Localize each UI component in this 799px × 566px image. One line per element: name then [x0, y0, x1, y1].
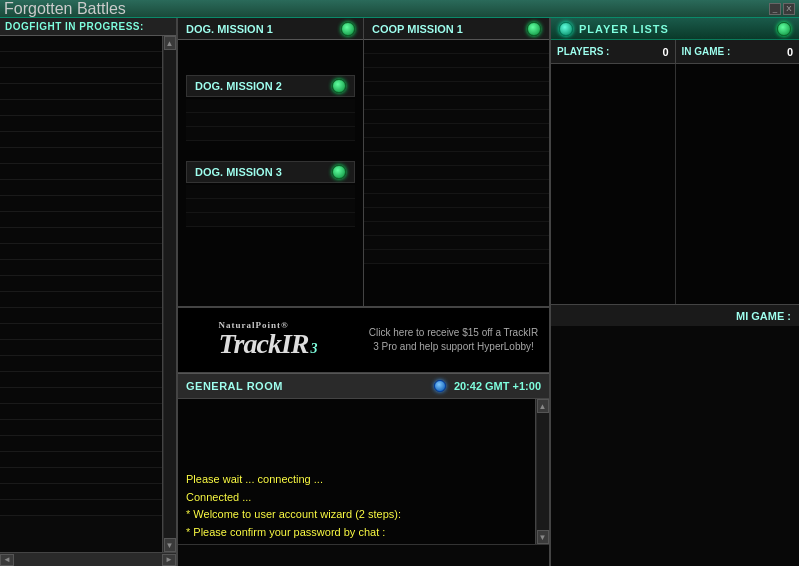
- chat-scroll-track: [537, 413, 549, 530]
- coop-mission-1-label: COOP MISSION 1: [372, 23, 463, 35]
- sub-row-item[interactable]: [186, 199, 355, 213]
- right-panel-lower: [551, 326, 799, 566]
- list-item[interactable]: [0, 356, 162, 372]
- window-controls: _ X: [769, 3, 795, 15]
- list-item[interactable]: [0, 68, 162, 84]
- mi-game-row: MI GAME :: [551, 304, 799, 326]
- list-item[interactable]: [0, 212, 162, 228]
- list-item[interactable]: [0, 340, 162, 356]
- window-title: Forgotten Battles: [4, 0, 126, 18]
- sub-row-item[interactable]: [186, 213, 355, 227]
- list-item[interactable]: [0, 292, 162, 308]
- coop-mission-1-header: COOP MISSION 1: [364, 18, 549, 40]
- coop-row-item[interactable]: [364, 138, 549, 152]
- sub-row-item[interactable]: [186, 99, 355, 113]
- general-room-bar: GENERAL ROOM 20:42 GMT +1:00: [178, 373, 549, 399]
- list-item[interactable]: [0, 372, 162, 388]
- ad-tagline[interactable]: Click here to receive $15 off a TrackIR …: [358, 321, 549, 359]
- missions-top: DOG. MISSION 1 DOG. MISSION 2: [178, 18, 549, 308]
- coop-row-item[interactable]: [364, 180, 549, 194]
- in-game-count: 0: [787, 46, 793, 58]
- left-scrollbar-v[interactable]: ▲ ▼: [162, 36, 176, 552]
- left-scrollbar-h[interactable]: ◄ ►: [0, 552, 176, 566]
- left-panel: DOGFIGHT IN PROGRESS:: [0, 18, 178, 566]
- list-item[interactable]: [0, 52, 162, 68]
- chat-input[interactable]: [178, 545, 549, 566]
- list-item[interactable]: [0, 260, 162, 276]
- list-item[interactable]: [0, 500, 162, 516]
- list-item[interactable]: [0, 484, 162, 500]
- coop-mission-1-list: [364, 40, 549, 306]
- list-item[interactable]: [0, 228, 162, 244]
- list-item[interactable]: [0, 468, 162, 484]
- players-list-area: [551, 64, 799, 304]
- players-label: PLAYERS :: [557, 46, 609, 57]
- coop-row-item[interactable]: [364, 82, 549, 96]
- left-panel-header: DOGFIGHT IN PROGRESS:: [0, 18, 176, 36]
- sub-row-item[interactable]: [186, 113, 355, 127]
- scroll-left-button[interactable]: ◄: [0, 554, 14, 566]
- minimize-button[interactable]: _: [769, 3, 781, 15]
- list-item[interactable]: [0, 244, 162, 260]
- scroll-right-button[interactable]: ►: [162, 554, 176, 566]
- coop-row-item[interactable]: [364, 194, 549, 208]
- coop-row-item[interactable]: [364, 222, 549, 236]
- list-item[interactable]: [0, 308, 162, 324]
- players-count-cell: PLAYERS : 0: [551, 40, 676, 63]
- list-item[interactable]: [0, 132, 162, 148]
- right-panel-green-led: [777, 22, 791, 36]
- coop-row-item[interactable]: [364, 166, 549, 180]
- list-item[interactable]: [0, 196, 162, 212]
- scroll-up-button[interactable]: ▲: [164, 36, 176, 50]
- coop-row-item[interactable]: [364, 208, 549, 222]
- list-item[interactable]: [0, 36, 162, 52]
- chat-content: Please wait ... connecting ... Connected…: [178, 399, 549, 544]
- coop-row-item[interactable]: [364, 68, 549, 82]
- dog-mission-1-label: DOG. MISSION 1: [186, 23, 273, 35]
- chat-area: Please wait ... connecting ... Connected…: [178, 399, 549, 566]
- coop-row-item[interactable]: [364, 236, 549, 250]
- chat-message-connecting: Please wait ... connecting ...: [186, 471, 527, 488]
- chat-message-connected: Connected ...: [186, 489, 527, 506]
- general-room-led: [434, 380, 446, 392]
- sub-row-item[interactable]: [186, 185, 355, 199]
- right-panel-header: PLAYER LISTS: [551, 18, 799, 40]
- mi-game-label: MI GAME :: [736, 310, 791, 322]
- list-item[interactable]: [0, 148, 162, 164]
- coop-row-item[interactable]: [364, 250, 549, 264]
- list-item[interactable]: [0, 324, 162, 340]
- list-item[interactable]: [0, 420, 162, 436]
- sub-row-item[interactable]: [186, 127, 355, 141]
- center-panel: DOG. MISSION 1 DOG. MISSION 2: [178, 18, 551, 566]
- coop-row-item[interactable]: [364, 54, 549, 68]
- ad-banner[interactable]: NaturalPoint® TrackIR 3 Click here to re…: [178, 308, 549, 373]
- close-button[interactable]: X: [783, 3, 795, 15]
- coop-row-item[interactable]: [364, 152, 549, 166]
- coop-row-item[interactable]: [364, 96, 549, 110]
- list-item[interactable]: [0, 452, 162, 468]
- list-item[interactable]: [0, 276, 162, 292]
- list-item[interactable]: [0, 100, 162, 116]
- list-item[interactable]: [0, 164, 162, 180]
- list-item[interactable]: [0, 180, 162, 196]
- list-item[interactable]: [0, 116, 162, 132]
- coop-row-item[interactable]: [364, 40, 549, 54]
- coop-row-item[interactable]: [364, 110, 549, 124]
- scroll-down-button[interactable]: ▼: [164, 538, 176, 552]
- list-item[interactable]: [0, 436, 162, 452]
- trackir-version: 3: [310, 341, 317, 357]
- chat-scroll-down-button[interactable]: ▼: [537, 530, 549, 544]
- list-item[interactable]: [0, 388, 162, 404]
- chat-message-welcome: * Welcome to user account wizard (2 step…: [186, 506, 527, 523]
- list-item[interactable]: [0, 84, 162, 100]
- dog-mission-2-led: [332, 79, 346, 93]
- list-item[interactable]: [0, 404, 162, 420]
- dog-mission-1-header: DOG. MISSION 1: [178, 18, 363, 40]
- dog-mission-1-section: DOG. MISSION 1 DOG. MISSION 2: [178, 18, 364, 306]
- chat-scroll-up-button[interactable]: ▲: [537, 399, 549, 413]
- coop-row-item[interactable]: [364, 124, 549, 138]
- players-column-left: [551, 64, 676, 304]
- chat-scrollbar[interactable]: ▲ ▼: [535, 399, 549, 544]
- trackir-text: TrackIR 3: [219, 328, 318, 360]
- trackir-main-text: TrackIR: [219, 328, 309, 360]
